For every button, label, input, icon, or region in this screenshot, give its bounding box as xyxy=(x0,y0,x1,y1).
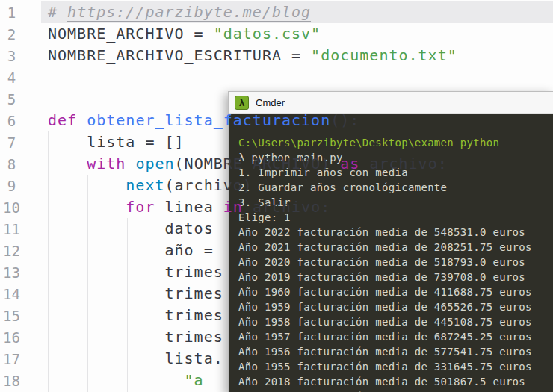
code-text: año = xyxy=(48,240,223,261)
code-text: for linea in archivo: xyxy=(48,196,330,218)
line-number: 5 xyxy=(0,91,23,108)
terminal-line: Año 2022 facturación media de 548531.0 e… xyxy=(238,225,553,240)
code-text: NOMBRE_ARCHIVO_ESCRITURA = "documento.tx… xyxy=(48,45,457,66)
code-text: datos_ xyxy=(48,218,223,240)
line-number: 14 xyxy=(0,286,23,302)
line-number: 9 xyxy=(0,178,23,194)
code-text: trimes xyxy=(48,305,223,326)
line-number: 6 xyxy=(0,113,23,129)
line-number: 1 xyxy=(0,4,23,21)
code-line[interactable]: 2NOMBRE_ARCHIVO = "datos.csv" xyxy=(0,23,553,45)
terminal-line: Año 2019 facturación media de 739708.0 e… xyxy=(238,270,553,284)
cmder-lambda-icon: λ xyxy=(235,96,249,110)
code-text: NOMBRE_ARCHIVO = "datos.csv" xyxy=(48,23,321,45)
line-number: 13 xyxy=(0,264,23,281)
code-text: next(archivo) xyxy=(48,175,253,196)
code-text: def obtener_lista_facturacion(): xyxy=(48,110,359,131)
code-line[interactable]: 4 xyxy=(0,66,553,88)
code-text: lista = [] xyxy=(48,131,185,153)
line-number: 12 xyxy=(0,243,23,259)
line-number: 7 xyxy=(0,134,23,151)
code-text: # https://parzibyte.me/blog xyxy=(48,1,311,23)
terminal-line: Año 2018 facturación media de 501867.5 e… xyxy=(238,374,553,389)
terminal-line: Año 1960 facturación media de 411688.75 … xyxy=(238,284,553,299)
line-number: 8 xyxy=(0,156,23,172)
line-number: 15 xyxy=(0,308,23,324)
terminal-title: Cmder xyxy=(256,97,285,108)
line-number: 2 xyxy=(0,26,23,43)
code-text: "a xyxy=(48,370,204,391)
code-text: trimes xyxy=(48,326,223,348)
terminal-line: Año 2013 facturación media de 574601.75 … xyxy=(238,389,553,392)
terminal-line: Año 1955 facturación media de 331645.75 … xyxy=(238,359,553,374)
terminal-line: Año 1957 facturación media de 687245.25 … xyxy=(238,329,553,344)
terminal-line: Año 2021 facturación media de 208251.75 … xyxy=(238,240,553,255)
line-number: 4 xyxy=(0,69,23,86)
terminal-line: 2. Guardar años cronológicamente xyxy=(238,180,553,195)
terminal-line: Año 1956 facturación media de 577541.75 … xyxy=(238,344,553,359)
terminal-line: C:\Users\parzibyte\Desktop\examen_python xyxy=(238,135,553,150)
line-number: 16 xyxy=(0,329,23,346)
line-number: 17 xyxy=(0,351,23,367)
code-text: trimes xyxy=(48,283,223,305)
line-number: 18 xyxy=(0,373,23,389)
line-number: 3 xyxy=(0,48,23,64)
code-line[interactable]: 1# https://parzibyte.me/blog xyxy=(0,1,553,23)
terminal-line: Año 1959 facturación media de 465526.75 … xyxy=(238,299,553,314)
screen: 1# https://parzibyte.me/blog2NOMBRE_ARCH… xyxy=(0,0,553,392)
terminal-window[interactable]: λ Cmder C:\Users\parzibyte\Desktop\exame… xyxy=(228,91,553,392)
terminal-line: Año 2020 facturación media de 518793.0 e… xyxy=(238,255,553,270)
code-text: lista. xyxy=(48,348,223,370)
terminal-line: Año 1958 facturación media de 445108.75 … xyxy=(238,314,553,329)
code-text: with open(NOMBRE_ARCHIVO) as archivo: xyxy=(48,153,448,175)
code-line[interactable]: 3NOMBRE_ARCHIVO_ESCRITURA = "documento.t… xyxy=(0,45,553,66)
line-number: 10 xyxy=(0,199,23,216)
line-number: 11 xyxy=(0,221,23,237)
code-text: trimes xyxy=(48,261,223,283)
